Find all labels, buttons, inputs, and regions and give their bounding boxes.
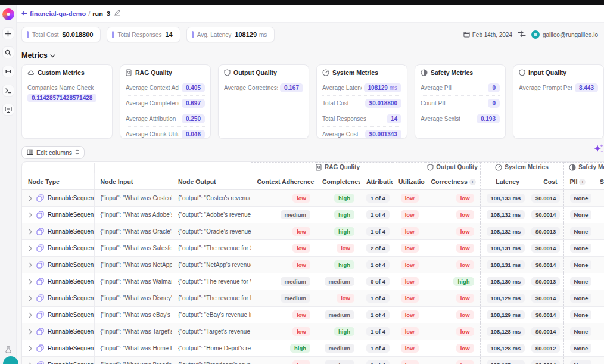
metric-value-badge: 0: [488, 83, 500, 92]
info-icon[interactable]: i: [579, 179, 586, 185]
metric-row: Total Responses14: [322, 111, 401, 127]
cell-attribution: 0 of 4: [360, 273, 393, 290]
columns-icon: [27, 149, 33, 157]
cell-attribution: 1 of 4: [360, 257, 393, 273]
value-badge: low: [292, 310, 310, 319]
column-header-node-output[interactable]: Node Output: [172, 173, 251, 190]
column-header-sexist[interactable]: Sexist: [591, 173, 604, 190]
cell-utilization: low: [393, 240, 425, 257]
column-header-cost[interactable]: Cost: [525, 173, 563, 190]
expand-row-icon[interactable]: [28, 329, 33, 335]
expand-row-icon[interactable]: [28, 362, 33, 364]
cell-context-adherence: low: [251, 257, 316, 273]
metric-card-title: Custom Metrics: [38, 69, 85, 76]
table-row[interactable]: RunnableSequence{"input": "What was NetA…: [22, 257, 604, 273]
value-badge: None: [570, 277, 592, 286]
page-header: financial-qa-demo / run_3: [17, 5, 604, 23]
metric-value-badge: 0: [488, 99, 500, 108]
info-icon[interactable]: i: [469, 179, 476, 185]
value-badge: low: [456, 327, 474, 336]
metric-label: Average Prompt Perplexity: [519, 85, 572, 91]
search-button[interactable]: [2, 46, 14, 58]
monitor-icon: [5, 106, 12, 113]
stat-accent-bar: [27, 31, 29, 38]
table-row[interactable]: RunnableSequence{"input": "What was Sale…: [22, 240, 604, 257]
cell-pii: None: [563, 273, 591, 290]
value-badge: high: [334, 210, 354, 219]
column-header-context-adherence[interactable]: Context Adherencei: [251, 173, 316, 190]
shield-icon: [427, 164, 434, 171]
calendar-icon: [463, 31, 470, 39]
breadcrumb: financial-qa-demo / run_3: [21, 10, 120, 17]
sort-carets-icon: [75, 149, 79, 156]
monitor-button[interactable]: [2, 104, 14, 116]
value-badge: None: [570, 344, 592, 353]
breadcrumb-project-link[interactable]: financial-qa-demo: [30, 10, 86, 17]
metrics-section-toggle[interactable]: Metrics: [17, 46, 70, 60]
value-badge: 108,127 ms: [487, 360, 525, 364]
column-header-pii[interactable]: PIIi: [563, 173, 591, 190]
user-menu[interactable]: galileo@rungalileo.io: [531, 30, 598, 39]
value-badge: 108,129 ms: [487, 294, 525, 303]
value-badge: 108,130 ms: [487, 277, 525, 286]
column-header-correctness[interactable]: Correctnessi: [425, 173, 480, 190]
value-badge: low: [292, 194, 310, 203]
expand-row-icon[interactable]: [28, 295, 33, 301]
cell-node-type: RunnableSequence: [22, 207, 94, 223]
expand-row-icon[interactable]: [28, 245, 33, 251]
expand-row-icon[interactable]: [28, 195, 33, 201]
metric-row: Average Completeness0.697: [126, 96, 205, 111]
cell-node-input: {"input": "What was Home Dep...: [94, 340, 172, 357]
column-header-completeness[interactable]: Completenessi: [316, 173, 360, 190]
value-badge: None: [570, 260, 592, 269]
back-arrow-icon[interactable]: [21, 10, 27, 17]
table-row[interactable]: RunnableSequence{"input": "What was Disn…: [22, 290, 604, 307]
table-row[interactable]: RunnableSequence{"input": "What was eBay…: [22, 307, 604, 323]
column-header-utilization[interactable]: Utilization: [393, 173, 425, 190]
edit-run-name-icon[interactable]: [114, 10, 120, 17]
metrics-title: Metrics: [21, 51, 48, 60]
expand-row-icon[interactable]: [28, 312, 33, 318]
metric-value-badge: 0.697: [182, 99, 205, 108]
info-icon[interactable]: i: [316, 179, 316, 185]
galileo-logo-icon[interactable]: [2, 8, 14, 20]
expand-row-icon[interactable]: [28, 346, 33, 351]
run-date[interactable]: Feb 14th, 2024: [463, 31, 512, 39]
column-header-attribution[interactable]: Attribution: [360, 173, 393, 190]
value-badge: 1 of 4: [366, 210, 390, 219]
metric-cards: Custom MetricsCompanies Name Check0.1142…: [17, 60, 604, 139]
value-badge: low: [456, 294, 474, 303]
value-badge: low: [401, 194, 419, 203]
prompt-button[interactable]: [2, 85, 14, 97]
table-row[interactable]: RunnableSequence{"input": "What was Orac…: [22, 223, 604, 240]
compare-runs-icon[interactable]: [518, 30, 526, 39]
value-badge: high: [290, 344, 310, 353]
table-row[interactable]: RunnableSequence{"input": "What was Walm…: [22, 273, 604, 290]
table-row[interactable]: RunnableSequence{"input": "What was Cost…: [22, 190, 604, 207]
expand-row-icon[interactable]: [28, 262, 33, 268]
cell-attribution: 1 of 4: [360, 223, 393, 240]
value-badge: low: [456, 210, 474, 219]
ai-sparkle-button[interactable]: [592, 144, 604, 158]
expand-row-icon[interactable]: [28, 212, 33, 218]
value-badge: $0.0014: [531, 260, 560, 269]
column-header-latency[interactable]: Latency: [480, 173, 525, 190]
lab-flask-icon[interactable]: [5, 345, 12, 356]
table-row[interactable]: RunnableSequence{"input": "What was Targ…: [22, 323, 604, 340]
stat-total-cost: Total Cost $0.018800: [21, 27, 101, 42]
edit-columns-button[interactable]: Edit columns: [21, 146, 85, 159]
column-header-node-input[interactable]: Node Input: [94, 173, 172, 190]
cell-context-adherence: high: [251, 340, 316, 357]
table-row[interactable]: RunnableSequence{"input": "What was Home…: [22, 340, 604, 357]
value-badge: 108,132 ms: [487, 210, 525, 219]
expand-row-icon[interactable]: [28, 229, 33, 235]
expand-row-icon[interactable]: [28, 279, 33, 285]
cell-cost: $0.0014: [525, 290, 563, 307]
plus-button[interactable]: [2, 27, 14, 39]
value-badge: $0.0013: [531, 227, 560, 236]
table-row[interactable]: RunnableSequence{"input": "What was Broa…: [22, 357, 604, 364]
column-header-node-type[interactable]: Node Type: [22, 173, 94, 190]
cell-node-type: RunnableSequence: [22, 307, 94, 323]
table-row[interactable]: RunnableSequence{"input": "What was Adob…: [22, 207, 604, 223]
train-button[interactable]: [2, 66, 14, 77]
